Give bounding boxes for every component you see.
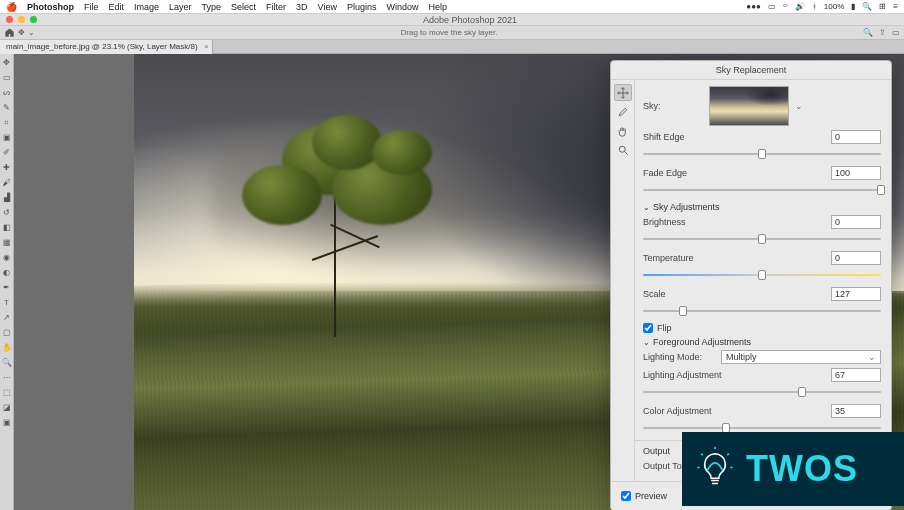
brightness-value[interactable]: 0 [831, 215, 881, 229]
minimize-window-icon[interactable] [18, 16, 25, 23]
lighting-mode-dropdown[interactable]: Multiply [721, 350, 881, 364]
lighting-adjustment-value[interactable]: 67 [831, 368, 881, 382]
pen-tool[interactable]: ✒ [1, 281, 13, 294]
menu-type[interactable]: Type [202, 2, 222, 12]
fade-edge-value[interactable]: 100 [831, 166, 881, 180]
shift-edge-label: Shift Edge [643, 132, 703, 142]
fade-edge-slider[interactable] [643, 184, 881, 196]
history-brush-tool[interactable]: ↺ [1, 206, 13, 219]
status-dot-icon: ●●● [746, 2, 761, 11]
mac-menubar: 🍎 Photoshop File Edit Image Layer Type S… [0, 0, 904, 14]
brush-tool[interactable]: 🖌 [1, 176, 13, 189]
color-adjustment-label: Color Adjustment [643, 406, 733, 416]
close-window-icon[interactable] [6, 16, 13, 23]
preview-label: Preview [635, 491, 667, 501]
frame-tool[interactable]: ▣ [1, 131, 13, 144]
caret-down-icon: ⌄ [643, 338, 650, 347]
eraser-tool[interactable]: ◧ [1, 221, 13, 234]
scale-slider[interactable] [643, 305, 881, 317]
menu-3d[interactable]: 3D [296, 2, 308, 12]
more-tools-icon[interactable]: ⋯ [1, 371, 13, 384]
temperature-label: Temperature [643, 253, 703, 263]
search-icon[interactable]: 🔍 [862, 2, 872, 11]
move-tool-icon[interactable]: ✥ [18, 28, 25, 37]
share-icon[interactable]: ⇪ [879, 28, 886, 37]
screen-mode-icon[interactable]: ▣ [1, 416, 13, 429]
flip-checkbox[interactable] [643, 323, 653, 333]
preview-checkbox[interactable] [621, 491, 631, 501]
edit-toolbar-icon[interactable]: ⬚ [1, 386, 13, 399]
menu-help[interactable]: Help [429, 2, 448, 12]
document-tab[interactable]: main_image_before.jpg @ 23.1% (Sky, Laye… [0, 40, 213, 54]
menu-edit[interactable]: Edit [109, 2, 125, 12]
menu-list-icon[interactable]: ≡ [893, 2, 898, 11]
type-tool[interactable]: T [1, 296, 13, 309]
window-title: Adobe Photoshop 2021 [42, 15, 898, 25]
twos-logo-text: TWOS [746, 448, 858, 490]
battery-icon[interactable]: ▮ [851, 2, 855, 11]
crop-tool[interactable]: ⌗ [1, 116, 13, 129]
shift-edge-value[interactable]: 0 [831, 130, 881, 144]
zoom-window-icon[interactable] [30, 16, 37, 23]
marquee-tool[interactable]: ▭ [1, 71, 13, 84]
lasso-tool[interactable]: ᔕ [1, 86, 13, 99]
sky-move-tool[interactable] [614, 84, 632, 101]
shape-tool[interactable]: ▢ [1, 326, 13, 339]
blur-tool[interactable]: ◉ [1, 251, 13, 264]
svg-point-0 [619, 146, 625, 152]
app-name[interactable]: Photoshop [27, 2, 74, 12]
menu-window[interactable]: Window [387, 2, 419, 12]
options-bar: ✥ ⌄ Drag to move the sky layer. 🔍 ⇪ ▭ [0, 26, 904, 40]
healing-tool[interactable]: ✚ [1, 161, 13, 174]
dropdown-icon[interactable]: ⌄ [28, 28, 35, 37]
foreground-adjustments-header[interactable]: ⌄Foreground Adjustments [643, 337, 881, 347]
scale-value[interactable]: 127 [831, 287, 881, 301]
temperature-slider[interactable] [643, 269, 881, 281]
apple-menu-icon[interactable]: 🍎 [6, 2, 17, 12]
wifi-icon[interactable]: ⌔ [783, 2, 788, 11]
search-tool-icon[interactable]: 🔍 [863, 28, 873, 37]
color-adjustment-value[interactable]: 35 [831, 404, 881, 418]
screen-icon[interactable]: ▭ [768, 2, 776, 11]
color-swatch[interactable]: ◪ [1, 401, 13, 414]
dodge-tool[interactable]: ◐ [1, 266, 13, 279]
gradient-tool[interactable]: ▦ [1, 236, 13, 249]
home-icon[interactable] [4, 27, 15, 38]
sky-zoom-tool[interactable] [614, 141, 632, 158]
lighting-adjustment-slider[interactable] [643, 386, 881, 398]
lighting-mode-label: Lighting Mode: [643, 352, 715, 362]
canvas-gutter [14, 54, 134, 510]
menu-filter[interactable]: Filter [266, 2, 286, 12]
menu-file[interactable]: File [84, 2, 99, 12]
dialog-tool-column [611, 80, 635, 481]
close-tab-icon[interactable]: × [204, 42, 209, 51]
path-tool[interactable]: ↗ [1, 311, 13, 324]
menu-layer[interactable]: Layer [169, 2, 192, 12]
bluetooth-icon[interactable]: ᚼ [812, 2, 817, 11]
zoom-tool[interactable]: 🔍 [1, 356, 13, 369]
sky-brush-tool[interactable] [614, 103, 632, 120]
dialog-title: Sky Replacement [611, 61, 891, 80]
menu-plugins[interactable]: Plugins [347, 2, 377, 12]
shift-edge-slider[interactable] [643, 148, 881, 160]
brightness-slider[interactable] [643, 233, 881, 245]
stamp-tool[interactable]: ▟ [1, 191, 13, 204]
hand-tool[interactable]: ✋ [1, 341, 13, 354]
temperature-value[interactable]: 0 [831, 251, 881, 265]
menu-select[interactable]: Select [231, 2, 256, 12]
sky-preset-dropdown-icon[interactable]: ⌄ [795, 101, 803, 111]
move-tool[interactable]: ✥ [1, 56, 13, 69]
eyedropper-tool[interactable]: ✐ [1, 146, 13, 159]
sky-adjustments-header[interactable]: ⌄Sky Adjustments [643, 202, 881, 212]
workspace-icon[interactable]: ▭ [892, 28, 900, 37]
lighting-adjustment-label: Lighting Adjustment [643, 370, 733, 380]
control-center-icon[interactable]: ⊞ [879, 2, 886, 11]
sky-preset-thumbnail[interactable] [709, 86, 789, 126]
quick-select-tool[interactable]: ✎ [1, 101, 13, 114]
menu-image[interactable]: Image [134, 2, 159, 12]
sky-hand-tool[interactable] [614, 122, 632, 139]
volume-icon[interactable]: 🔊 [795, 2, 805, 11]
caret-down-icon: ⌄ [643, 203, 650, 212]
document-tab-label: main_image_before.jpg @ 23.1% (Sky, Laye… [6, 42, 198, 51]
menu-view[interactable]: View [318, 2, 337, 12]
